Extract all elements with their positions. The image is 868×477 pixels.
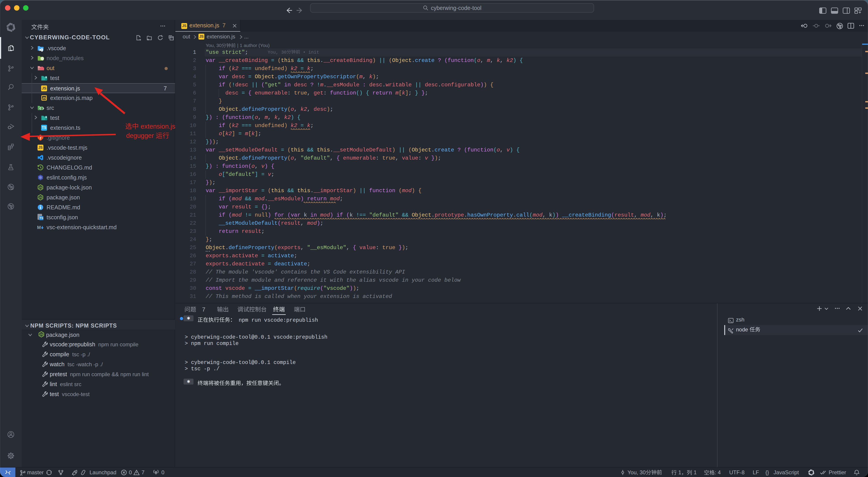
svg-text:JS: JS [39,186,42,189]
svg-text:M: M [37,225,41,230]
svg-text:JS: JS [39,333,43,336]
svg-text:JS: JS [39,196,42,199]
